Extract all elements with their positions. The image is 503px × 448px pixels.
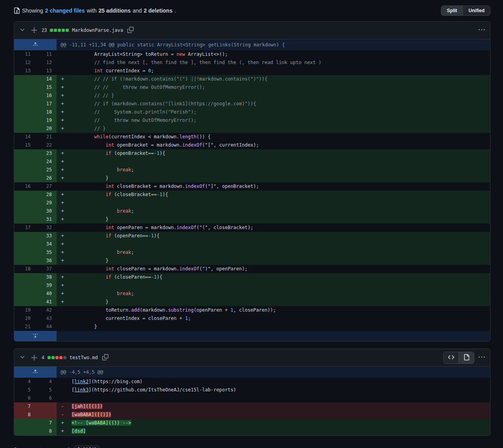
old-line-number[interactable] bbox=[14, 281, 35, 290]
expand-diff-button[interactable] bbox=[14, 367, 57, 378]
new-line-number[interactable]: 11 bbox=[35, 50, 57, 59]
old-line-number[interactable] bbox=[14, 191, 35, 199]
old-line-number[interactable] bbox=[14, 100, 35, 108]
new-line-number[interactable]: 17 bbox=[35, 100, 57, 108]
new-line-number[interactable]: 30 bbox=[35, 207, 57, 215]
unified-view-button[interactable]: Unified bbox=[463, 6, 490, 15]
old-line-number[interactable]: 19 bbox=[14, 306, 35, 314]
old-line-number[interactable] bbox=[14, 108, 35, 116]
new-line-number[interactable]: 6 bbox=[35, 394, 57, 402]
new-line-number[interactable]: 18 bbox=[35, 108, 57, 116]
new-line-number[interactable]: 26 bbox=[35, 174, 57, 182]
old-line-number[interactable]: 12 bbox=[14, 59, 35, 67]
new-line-number[interactable]: 31 bbox=[35, 215, 57, 224]
old-line-number[interactable] bbox=[14, 248, 35, 257]
new-line-number[interactable]: 34 bbox=[35, 240, 57, 248]
changed-files-link[interactable]: 2 changed files bbox=[45, 7, 85, 14]
new-line-number[interactable]: 20 bbox=[35, 125, 57, 133]
collapse-file-button[interactable] bbox=[18, 353, 27, 363]
old-line-number[interactable] bbox=[14, 273, 35, 281]
file-name-link[interactable]: MarkdownParse.java bbox=[72, 28, 123, 33]
new-line-number[interactable]: 15 bbox=[35, 83, 57, 92]
old-line-number[interactable]: 11 bbox=[14, 50, 35, 59]
old-line-number[interactable] bbox=[14, 215, 35, 224]
old-line-number[interactable] bbox=[14, 166, 35, 174]
old-line-number[interactable] bbox=[14, 83, 35, 92]
old-line-number[interactable] bbox=[14, 257, 35, 265]
new-line-number[interactable]: 41 bbox=[35, 298, 57, 306]
new-line-number[interactable]: 43 bbox=[35, 314, 57, 323]
old-line-number[interactable] bbox=[14, 290, 35, 298]
old-line-number[interactable]: 5 bbox=[14, 386, 35, 394]
old-line-number[interactable] bbox=[14, 298, 35, 306]
old-line-number[interactable] bbox=[14, 92, 35, 100]
new-line-number[interactable]: 33 bbox=[35, 232, 57, 240]
drag-handle-icon[interactable] bbox=[30, 353, 39, 362]
file-options-button[interactable] bbox=[477, 353, 486, 363]
old-line-number[interactable] bbox=[14, 125, 35, 133]
rich-diff-button[interactable] bbox=[459, 352, 474, 364]
expand-diff-button[interactable] bbox=[14, 39, 57, 50]
source-diff-button[interactable] bbox=[444, 352, 459, 364]
new-line-number[interactable]: 44 bbox=[35, 323, 57, 331]
new-line-number[interactable]: 27 bbox=[35, 182, 57, 191]
old-line-number[interactable]: 13 bbox=[14, 67, 35, 75]
old-line-number[interactable]: 7 bbox=[14, 402, 35, 411]
new-line-number[interactable]: 8 bbox=[35, 427, 57, 435]
old-line-number[interactable] bbox=[14, 174, 35, 182]
new-line-number[interactable]: 16 bbox=[35, 92, 57, 100]
new-line-number[interactable]: 21 bbox=[35, 133, 57, 141]
old-line-number[interactable]: 20 bbox=[14, 314, 35, 323]
commit-sha-chip[interactable]: fe81f42 bbox=[74, 445, 100, 448]
old-line-number[interactable] bbox=[14, 75, 35, 83]
new-line-number[interactable]: 13 bbox=[35, 67, 57, 75]
new-line-number[interactable]: 39 bbox=[35, 281, 57, 290]
new-line-number[interactable]: 25 bbox=[35, 166, 57, 174]
new-line-number[interactable]: 22 bbox=[35, 141, 57, 149]
old-line-number[interactable] bbox=[14, 419, 35, 427]
new-line-number[interactable]: 37 bbox=[35, 265, 57, 273]
new-line-number[interactable]: 32 bbox=[35, 224, 57, 232]
old-line-number[interactable]: 18 bbox=[14, 265, 35, 273]
new-line-number[interactable]: 19 bbox=[35, 116, 57, 125]
old-line-number[interactable] bbox=[14, 158, 35, 166]
old-line-number[interactable] bbox=[14, 232, 35, 240]
old-line-number[interactable]: 6 bbox=[14, 394, 35, 402]
new-line-number[interactable]: 23 bbox=[35, 149, 57, 158]
old-line-number[interactable]: 16 bbox=[14, 182, 35, 191]
old-line-number[interactable]: 8 bbox=[14, 411, 35, 419]
new-line-number[interactable]: 4 bbox=[35, 378, 57, 386]
new-line-number[interactable]: 5 bbox=[35, 386, 57, 394]
new-line-number[interactable]: 36 bbox=[35, 257, 57, 265]
collapse-file-button[interactable] bbox=[18, 26, 27, 35]
old-line-number[interactable] bbox=[14, 149, 35, 158]
old-line-number[interactable] bbox=[14, 240, 35, 248]
new-line-number[interactable]: 24 bbox=[35, 158, 57, 166]
new-line-number[interactable]: 14 bbox=[35, 75, 57, 83]
file-options-button[interactable] bbox=[477, 26, 486, 35]
old-line-number[interactable]: 21 bbox=[14, 323, 35, 331]
file-name-link[interactable]: testTwo.md bbox=[70, 355, 98, 360]
new-line-number[interactable]: 38 bbox=[35, 273, 57, 281]
drag-handle-icon[interactable] bbox=[30, 26, 39, 35]
copy-filename-button[interactable] bbox=[126, 26, 135, 35]
old-line-number[interactable]: 4 bbox=[14, 378, 35, 386]
new-line-number[interactable]: 12 bbox=[35, 59, 57, 67]
old-line-number[interactable]: 17 bbox=[14, 224, 35, 232]
copy-filename-button[interactable] bbox=[101, 353, 110, 363]
old-line-number[interactable] bbox=[14, 207, 35, 215]
new-line-number[interactable]: 35 bbox=[35, 248, 57, 257]
old-line-number[interactable]: 15 bbox=[14, 141, 35, 149]
new-line-number[interactable]: 29 bbox=[35, 199, 57, 207]
new-line-number[interactable]: 7 bbox=[35, 419, 57, 427]
new-line-number[interactable]: 42 bbox=[35, 306, 57, 314]
old-line-number[interactable] bbox=[14, 116, 35, 125]
new-line-number[interactable]: 40 bbox=[35, 290, 57, 298]
expand-diff-button[interactable] bbox=[14, 331, 57, 341]
old-line-number[interactable] bbox=[14, 199, 35, 207]
new-line-number[interactable]: 28 bbox=[35, 191, 57, 199]
split-view-button[interactable]: Split bbox=[441, 6, 463, 15]
old-line-number[interactable]: 14 bbox=[14, 133, 35, 141]
old-line-number[interactable] bbox=[14, 427, 35, 435]
new-line-number[interactable] bbox=[35, 402, 57, 411]
